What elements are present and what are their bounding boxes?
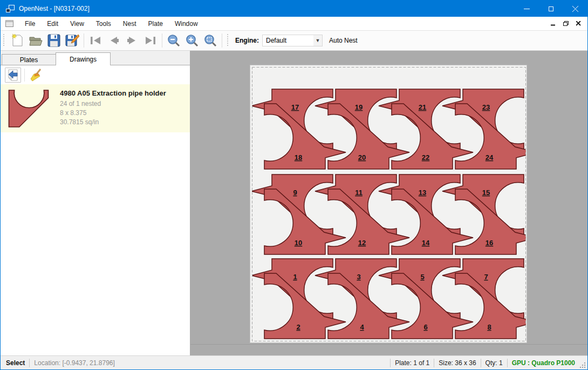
open-folder-icon <box>29 34 43 47</box>
status-size: Size: 36 x 36 <box>439 359 476 367</box>
part-number: 4 <box>360 323 364 331</box>
menu-nest[interactable]: Nest <box>117 18 142 30</box>
status-separator <box>29 359 30 367</box>
drawing-list-item[interactable]: 4980 A05 Extraction pipe holder 24 of 1 … <box>1 84 190 132</box>
part-number: 17 <box>291 103 299 111</box>
status-gpu: GPU : Quadro P1000 <box>512 359 575 367</box>
mdi-minimize-icon[interactable] <box>551 21 556 26</box>
menu-view[interactable]: View <box>64 18 90 30</box>
part-number: 19 <box>355 103 363 111</box>
menu-edit[interactable]: Edit <box>41 18 64 30</box>
menu-tools[interactable]: Tools <box>90 18 117 30</box>
resize-grip[interactable] <box>578 361 586 368</box>
menu-file[interactable]: File <box>19 18 41 30</box>
status-separator <box>390 359 391 367</box>
save-button[interactable] <box>45 32 63 49</box>
previous-plate-button[interactable] <box>105 32 123 49</box>
part-number: 3 <box>357 273 360 281</box>
toolbar-grip[interactable] <box>3 34 5 47</box>
new-button[interactable] <box>8 32 26 49</box>
next-plate-button[interactable] <box>123 32 141 49</box>
tab-drawings[interactable]: Drawings <box>56 52 111 65</box>
toolbar-separator <box>222 33 222 48</box>
drawings-toolbar <box>1 65 190 84</box>
menu-bar: File Edit View Tools Nest Plate Window <box>1 17 587 31</box>
engine-select[interactable]: Default ▼ <box>262 35 323 46</box>
status-location: Location: [-0.9437, 21.8796] <box>34 359 114 367</box>
app-window: OpenNest - [N0317-002] File Edit View To… <box>0 0 588 370</box>
clear-button[interactable] <box>28 68 44 83</box>
drawing-title: 4980 A05 Extraction pipe holder <box>60 89 166 97</box>
part-number: 22 <box>422 153 429 162</box>
engine-label: Engine: <box>235 37 259 44</box>
window-title: OpenNest - [N0317-002] <box>19 5 90 12</box>
part-thumbnail <box>7 89 50 128</box>
mdi-close-icon[interactable] <box>576 21 581 26</box>
last-plate-button[interactable] <box>141 32 160 49</box>
part-number: 15 <box>482 189 490 197</box>
status-separator <box>507 359 508 367</box>
zoom-fit-icon <box>204 34 217 47</box>
menu-window[interactable]: Window <box>169 18 204 30</box>
panel-tabs: Plates Drawings <box>1 51 190 65</box>
toolbar-separator <box>84 33 84 48</box>
maximize-button[interactable] <box>539 1 563 17</box>
part-number: 6 <box>423 323 427 331</box>
new-file-icon <box>11 33 24 48</box>
part-number: 5 <box>420 273 424 281</box>
nest-canvas[interactable]: 123456789101112131415161718192021222324 <box>190 51 587 355</box>
open-button[interactable] <box>26 32 45 49</box>
app-icon <box>6 5 15 12</box>
part-number: 10 <box>295 239 302 247</box>
return-drawing-icon <box>7 69 19 82</box>
drawing-area: 30.7815 sq/in <box>60 118 166 126</box>
canvas-divider <box>190 344 587 345</box>
status-plate: Plate: 1 of 1 <box>395 359 429 367</box>
minimize-button[interactable] <box>515 1 539 17</box>
part-number: 12 <box>358 239 366 247</box>
engine-value: Default <box>263 37 313 44</box>
toolbar-grip[interactable] <box>227 34 229 47</box>
part-number: 24 <box>486 153 494 162</box>
part-number: 8 <box>487 323 491 331</box>
toolbar-separator <box>24 69 25 82</box>
part-number: 1 <box>293 273 297 281</box>
left-panel: Plates Drawings <box>1 51 190 355</box>
save-as-button[interactable] <box>63 32 81 49</box>
chevron-down-icon[interactable]: ▼ <box>313 35 322 46</box>
status-separator <box>434 359 434 367</box>
clear-broom-icon <box>30 68 43 82</box>
zoom-out-icon <box>167 34 180 47</box>
plate[interactable]: 123456789101112131415161718192021222324 <box>250 65 527 343</box>
toolbar-separator <box>162 33 162 48</box>
part-number: 11 <box>355 189 363 197</box>
part-number: 14 <box>422 239 430 247</box>
zoom-in-button[interactable] <box>183 32 201 49</box>
first-plate-icon <box>90 36 101 45</box>
menu-plate[interactable]: Plate <box>142 18 169 30</box>
part-number: 2 <box>296 323 300 331</box>
status-separator <box>481 359 481 367</box>
mdi-document-icon[interactable] <box>5 20 13 27</box>
drawing-nested-count: 24 of 1 nested <box>60 100 166 107</box>
main-toolbar: Engine: Default ▼ Auto Nest <box>1 31 587 51</box>
status-mode: Select <box>1 359 25 367</box>
part-number: 20 <box>358 153 366 162</box>
auto-nest-button[interactable]: Auto Nest <box>329 37 358 44</box>
status-qty: Qty: 1 <box>486 359 503 367</box>
drawing-size: 8 x 8.375 <box>60 109 166 117</box>
title-bar: OpenNest - [N0317-002] <box>1 1 587 17</box>
return-drawing-button[interactable] <box>5 68 21 83</box>
part-number: 18 <box>295 153 302 162</box>
close-button[interactable] <box>563 1 587 17</box>
part-number: 9 <box>293 189 297 197</box>
nest-svg: 123456789101112131415161718192021222324 <box>250 65 528 344</box>
tab-plates[interactable]: Plates <box>2 54 56 65</box>
first-plate-button[interactable] <box>86 32 105 49</box>
save-as-icon <box>65 33 79 48</box>
mdi-restore-icon[interactable] <box>563 21 569 26</box>
status-bar: Select Location: [-0.9437, 21.8796] Plat… <box>1 355 587 369</box>
zoom-out-button[interactable] <box>165 32 183 49</box>
part-number: 16 <box>486 239 493 247</box>
zoom-fit-button[interactable] <box>201 32 220 49</box>
